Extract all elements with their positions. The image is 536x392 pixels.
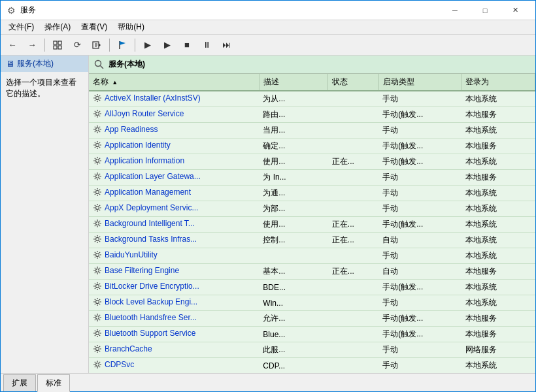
minimize-button[interactable]: ─ <box>440 1 470 20</box>
service-login-cell: 本地服务 <box>461 311 535 327</box>
service-name-text: BaiduYunUtility <box>105 250 158 259</box>
tab-expand[interactable]: 扩展 <box>3 374 36 391</box>
service-name-text: Application Layer Gatewa... <box>105 172 201 181</box>
service-icon-wrapper: Application Management <box>93 188 191 197</box>
svg-line-136 <box>99 304 100 304</box>
svg-line-147 <box>95 319 95 320</box>
table-row[interactable]: Bluetooth Support Service Blue...手动(触发..… <box>89 327 535 342</box>
col-header-name[interactable]: 名称 ▲ <box>89 74 259 91</box>
service-login-cell: 本地系统 <box>461 295 535 311</box>
service-startup-cell: 手动(触发... <box>378 311 461 327</box>
service-name-text: AllJoyn Router Service <box>105 109 184 118</box>
svg-marker-10 <box>120 41 126 45</box>
services-table: 名称 ▲ 描述 状态 启动类型 登录为 <box>89 74 535 373</box>
col-header-status[interactable]: 状态 <box>328 74 378 91</box>
service-login-cell: 本地服务 <box>461 139 535 154</box>
start2-service-button[interactable]: ▶ <box>158 37 176 54</box>
menu-file[interactable]: 文件(F) <box>3 20 39 34</box>
table-row[interactable]: BitLocker Drive Encryptio... BDE...手动(触发… <box>89 280 535 295</box>
service-name-text: ActiveX Installer (AxInstSV) <box>105 93 201 103</box>
svg-line-83 <box>99 205 100 206</box>
main-window: ⚙ 服务 ─ □ ✕ 文件(F) 操作(A) 查看(V) 帮助(H) ← → ⟳ <box>0 0 536 392</box>
svg-rect-3 <box>58 46 61 49</box>
svg-line-172 <box>99 367 100 367</box>
service-startup-cell: 手动(触发... <box>378 280 461 295</box>
gear-icon <box>93 235 102 244</box>
table-row[interactable]: Background Intelligent T... 使用...正在...手动… <box>89 217 535 233</box>
table-row[interactable]: Base Filtering Engine 基本...正在...自动本地服务 <box>89 264 535 280</box>
table-row[interactable]: BranchCache 此服...手动网络服务 <box>89 342 535 358</box>
svg-point-130 <box>96 301 99 304</box>
table-row[interactable]: BaiduYunUtility 手动本地系统 <box>89 248 535 264</box>
table-row[interactable]: Background Tasks Infras... 控制...正在...自动本… <box>89 233 535 248</box>
table-row[interactable]: Application Management 为通...手动本地系统 <box>89 186 535 201</box>
table-row[interactable]: Application Information 使用...正在...手动(触发.… <box>89 154 535 170</box>
window-title: 服务 <box>20 5 440 16</box>
service-login-cell: 本地系统 <box>461 280 535 295</box>
table-row[interactable]: Application Identity 确定...手动(触发...本地服务 <box>89 139 535 154</box>
svg-line-46 <box>99 147 100 148</box>
gear-icon <box>93 344 102 353</box>
export-button[interactable] <box>88 37 106 54</box>
col-header-desc[interactable]: 描述 <box>259 74 328 91</box>
service-name-text: Base Filtering Engine <box>105 266 179 275</box>
table-row[interactable]: CDPSvc CDP...手动本地系统 <box>89 358 535 374</box>
service-login-cell: 本地系统 <box>461 248 535 264</box>
show-hide-button[interactable] <box>48 37 67 54</box>
sidebar-item-local[interactable]: 🖥 服务(本地) <box>1 56 88 72</box>
main-content: 🖥 服务(本地) 选择一个项目来查看它的描述。 服务(本地) <box>1 56 535 373</box>
svg-rect-0 <box>54 41 57 44</box>
service-name-text: Application Information <box>105 156 184 165</box>
svg-line-82 <box>99 210 100 210</box>
stop-service-button[interactable]: ■ <box>178 37 196 54</box>
gear-icon <box>93 172 102 181</box>
svg-point-22 <box>96 112 99 116</box>
service-icon-wrapper: ActiveX Installer (AxInstSV) <box>93 93 201 103</box>
menu-action[interactable]: 操作(A) <box>39 20 76 34</box>
service-login-cell: 本地系统 <box>461 123 535 139</box>
maximize-button[interactable]: □ <box>470 1 500 20</box>
sort-arrow-name: ▲ <box>112 79 118 86</box>
table-row[interactable]: Block Level Backup Engi... Win...手动本地系统 <box>89 295 535 311</box>
svg-line-19 <box>99 100 100 101</box>
svg-rect-2 <box>54 46 57 49</box>
svg-point-157 <box>96 348 99 351</box>
separator-3 <box>135 39 135 52</box>
svg-line-99 <box>95 237 95 237</box>
pause-service-button[interactable]: ⏸ <box>197 37 216 54</box>
service-startup-cell: 手动 <box>378 295 461 311</box>
col-header-login[interactable]: 登录为 <box>461 74 535 91</box>
menu-view[interactable]: 查看(V) <box>76 20 112 34</box>
svg-line-66 <box>95 178 95 179</box>
svg-line-145 <box>99 319 100 320</box>
svg-line-119 <box>99 268 100 269</box>
service-status-cell <box>328 91 378 107</box>
flag-button[interactable] <box>113 37 131 54</box>
back-button[interactable]: ← <box>3 37 22 54</box>
col-header-startup[interactable]: 启动类型 <box>378 74 461 91</box>
table-row[interactable]: ActiveX Installer (AxInstSV) 为从...手动本地系统 <box>89 91 535 107</box>
forward-button[interactable]: → <box>23 37 41 54</box>
service-name-text: BranchCache <box>105 344 152 353</box>
table-row[interactable]: AllJoyn Router Service 路由...手动(触发...本地服务 <box>89 107 535 123</box>
service-status-cell <box>328 358 378 374</box>
tab-standard[interactable]: 标准 <box>37 374 70 392</box>
svg-line-144 <box>95 315 95 316</box>
close-button[interactable]: ✕ <box>500 1 530 20</box>
service-icon-wrapper: AllJoyn Router Service <box>93 109 184 118</box>
services-table-container[interactable]: 名称 ▲ 描述 状态 启动类型 登录为 <box>89 74 535 373</box>
service-name-text: AppX Deployment Servic... <box>105 203 198 212</box>
table-row[interactable]: Application Layer Gatewa... 为 In...手动本地服… <box>89 170 535 186</box>
resume-service-button[interactable]: ⏭ <box>217 37 235 54</box>
svg-point-139 <box>96 316 99 319</box>
refresh-button[interactable]: ⟳ <box>68 37 86 54</box>
service-icon-wrapper: App Readiness <box>93 125 158 134</box>
table-row[interactable]: App Readiness 当用...手动本地系统 <box>89 123 535 139</box>
start-service-button[interactable]: ▶ <box>139 37 157 54</box>
gear-icon <box>93 360 102 369</box>
table-row[interactable]: Bluetooth Handsfree Ser... 允许...手动(触发...… <box>89 311 535 327</box>
menu-help[interactable]: 帮助(H) <box>112 20 150 34</box>
svg-line-54 <box>95 158 95 159</box>
service-status-cell <box>328 342 378 358</box>
table-row[interactable]: AppX Deployment Servic... 为部...手动本地系统 <box>89 201 535 217</box>
